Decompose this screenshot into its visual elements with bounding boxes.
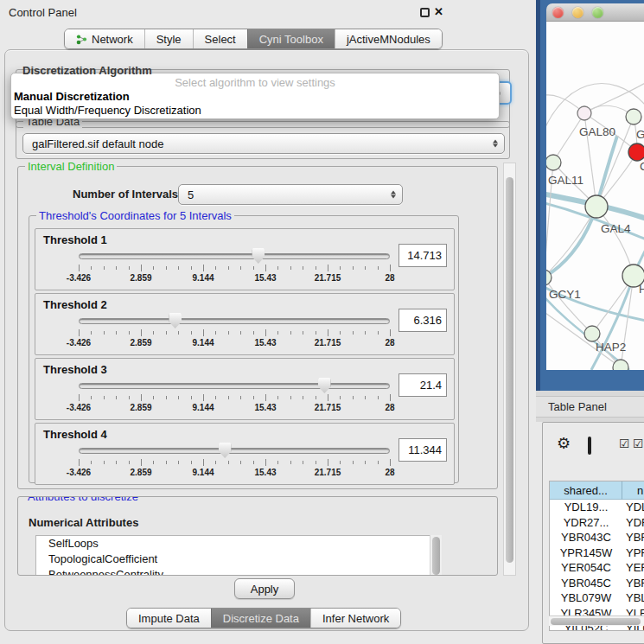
network-edge[interactable] — [546, 309, 621, 367]
table-row[interactable]: YDR27...YDR2 — [550, 516, 644, 532]
slider-tick — [129, 396, 130, 399]
tab-cyni-toolbox[interactable]: Cyni Toolbox — [247, 29, 335, 48]
threshold-slider[interactable]: -3.4262.8599.14415.4321.71528 — [79, 444, 390, 482]
checkbox-filter-icon[interactable]: ☑ — [633, 437, 644, 450]
threshold-slider[interactable]: -3.4262.8599.14415.4321.71528 — [79, 379, 390, 418]
network-canvas[interactable]: GAL80GAGAL11CGAL4GCY1HHAP2 — [546, 22, 644, 370]
table-data-combobox[interactable]: galFiltered.sif default node — [22, 133, 505, 154]
cell-name[interactable]: YDR2 — [624, 516, 644, 529]
float-window-icon[interactable] — [420, 8, 430, 17]
cell-name[interactable]: YDL1 — [624, 501, 644, 513]
table-settings-gear-icon[interactable]: ⚙ — [557, 437, 571, 450]
cell-name[interactable]: YPR1 — [624, 546, 644, 559]
node-attribute-table[interactable]: shared... n YDL19...YDL1YDR27...YDR2YBR0… — [549, 481, 644, 631]
slider-tick — [91, 461, 92, 464]
column-header-shared[interactable]: shared... — [550, 481, 622, 500]
tab-infer-network[interactable]: Infer Network — [310, 609, 400, 628]
tab-network[interactable]: Network — [65, 29, 144, 48]
column-header-name[interactable]: n — [623, 481, 644, 500]
network-node[interactable] — [628, 143, 644, 161]
slider-thumb[interactable] — [318, 378, 331, 393]
tab-impute-data[interactable]: Impute Data — [127, 609, 211, 628]
tab-jactivemnodules[interactable]: jActiveMNodules — [335, 29, 442, 48]
network-node[interactable] — [585, 195, 608, 218]
slider-tick-label: -3.426 — [67, 403, 91, 412]
threshold-slider[interactable]: -3.4262.8599.14415.4321.71528 — [79, 315, 390, 353]
zoom-traffic-light[interactable] — [592, 7, 603, 18]
table-row[interactable]: YBL079WYBL0 — [550, 591, 644, 607]
algorithm-placeholder-item[interactable]: Select algorithm to view settings — [11, 76, 499, 89]
table-hscrollbar-thumb[interactable] — [551, 618, 641, 625]
close-traffic-light[interactable] — [552, 7, 564, 18]
minimize-traffic-light[interactable] — [572, 7, 583, 18]
tab-discretize-data[interactable]: Discretize Data — [211, 609, 310, 628]
cell-shared-name[interactable]: YPR145W — [550, 546, 622, 559]
attributes-list-scrollbar[interactable] — [430, 535, 442, 576]
tab-style[interactable]: Style — [144, 29, 193, 48]
slider-track[interactable] — [79, 253, 390, 259]
attribute-list-item[interactable]: TopologicalCoefficient — [36, 552, 441, 567]
network-node[interactable] — [577, 106, 591, 120]
table-hscrollbar[interactable] — [549, 615, 644, 626]
cell-shared-name[interactable]: YBL079W — [550, 591, 622, 604]
slider-tick — [141, 459, 142, 466]
attribute-list-item[interactable]: SelfLoops — [36, 536, 441, 552]
slider-tick — [79, 329, 80, 336]
slider-tick — [191, 266, 192, 270]
network-node[interactable] — [584, 326, 600, 341]
threshold-value-field[interactable]: 21.4 — [399, 373, 447, 397]
network-node[interactable] — [546, 155, 561, 170]
slider-tick-label: 15.43 — [254, 273, 276, 283]
slider-track[interactable] — [79, 318, 390, 324]
slider-tick-label: 21.715 — [315, 273, 341, 283]
slider-thumb[interactable] — [252, 248, 265, 264]
table-row[interactable]: YDL19...YDL1 — [550, 501, 644, 516]
attributes-list-scrollbar-thumb[interactable] — [432, 537, 440, 575]
table-row[interactable]: YER054CYER0 — [550, 561, 644, 577]
cell-name[interactable]: YER0 — [624, 561, 644, 574]
cell-shared-name[interactable]: YBR043C — [550, 531, 622, 544]
algorithm-option-manual[interactable]: Manual Discretization — [14, 90, 130, 103]
table-row[interactable]: YBR045CYBR0 — [550, 577, 644, 592]
cell-shared-name[interactable]: YDL19... — [550, 501, 622, 513]
slider-track[interactable] — [79, 383, 390, 389]
cell-name[interactable]: YBR0 — [624, 577, 644, 590]
slider-tick-label: 28 — [385, 338, 394, 348]
main-scrollbar[interactable] — [503, 163, 516, 576]
slider-tick — [228, 396, 229, 399]
table-row[interactable]: YPR145WYPR1 — [550, 546, 644, 562]
threshold-value-field[interactable]: 14.713 — [399, 244, 447, 267]
algorithm-option-equal-width[interactable]: Equal Width/Frequency Discretization — [14, 104, 201, 117]
cell-shared-name[interactable]: YBR045C — [550, 577, 622, 590]
cell-name[interactable]: YBR0 — [624, 531, 644, 544]
slider-track[interactable] — [79, 448, 390, 454]
network-node[interactable] — [613, 360, 628, 370]
cell-name[interactable]: YBL0 — [624, 591, 644, 604]
threshold-slider[interactable]: -3.4262.8599.14415.4321.71528 — [79, 250, 390, 288]
slider-tick — [153, 266, 154, 270]
threshold-value-field[interactable]: 6.316 — [399, 309, 447, 332]
slider-thumb[interactable] — [169, 313, 182, 328]
threshold-value-field[interactable]: 11.344 — [399, 438, 447, 462]
network-node-label: C — [640, 160, 644, 173]
cell-shared-name[interactable]: YDR27... — [550, 516, 622, 529]
slider-tick-label: -3.426 — [67, 338, 91, 348]
checkbox-filter-icon[interactable]: ☑ — [619, 437, 630, 450]
slider-thumb[interactable] — [219, 443, 232, 458]
thresholds-group: Threshold's Coordinates for 5 Intervals … — [29, 215, 459, 483]
close-window-icon[interactable]: ✕ — [434, 5, 443, 18]
split-columns-icon[interactable] — [588, 437, 591, 455]
main-scrollbar-thumb[interactable] — [506, 177, 513, 563]
attribute-list-item[interactable]: BetweennessCentrality — [36, 567, 441, 576]
table-row[interactable]: YBR043CYBR0 — [550, 531, 644, 546]
number-of-intervals-combobox[interactable]: 5 — [178, 184, 403, 205]
cell-shared-name[interactable]: YER054C — [550, 561, 622, 574]
table-data-value: galFiltered.sif default node — [32, 137, 163, 150]
network-edge[interactable] — [621, 276, 634, 367]
network-window-titlebar[interactable] — [546, 3, 644, 22]
apply-button[interactable]: Apply — [234, 578, 295, 599]
tab-select[interactable]: Select — [193, 29, 247, 48]
slider-tick — [166, 396, 167, 399]
network-node[interactable] — [626, 109, 641, 124]
numerical-attributes-list[interactable]: SelfLoopsTopologicalCoefficientBetweenne… — [35, 535, 442, 576]
